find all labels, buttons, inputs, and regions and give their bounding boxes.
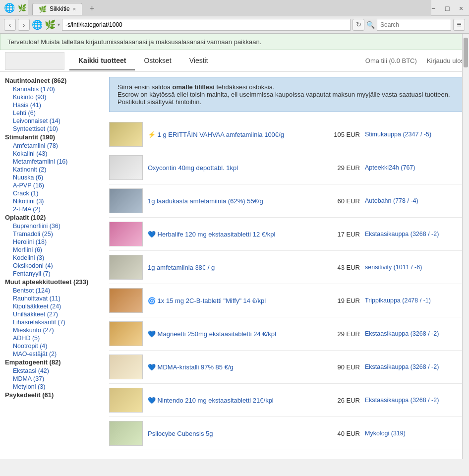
product-seller[interactable]: Mykologi (319)	[365, 430, 464, 437]
sidebar-item[interactable]: Synteettiset (10)	[13, 125, 104, 132]
product-image	[109, 355, 143, 379]
sidebar-item[interactable]: Kannabis (170)	[13, 86, 104, 93]
product-price: 43 EUR	[325, 264, 360, 271]
sidebar-item[interactable]: Lihasrelaksantit (7)	[13, 319, 104, 326]
sidebar-item[interactable]: Kodeiini (3)	[13, 254, 104, 261]
sidebar-item[interactable]: 2-FMA (2)	[13, 206, 104, 213]
product-name[interactable]: Oxycontin 40mg depottabl. 1kpl	[148, 164, 320, 172]
sidebar-item[interactable]: Unilääkkeet (27)	[13, 311, 104, 318]
sidebar-item[interactable]: Kipulääkkeet (24)	[13, 303, 104, 310]
sidebar-item[interactable]: Kukinto (93)	[13, 94, 104, 101]
forward-button[interactable]: ›	[18, 19, 30, 31]
product-name[interactable]: 💙 Nintendo 210 mg ekstaasitabletti 21€/k…	[148, 397, 320, 404]
maximize-button[interactable]: □	[445, 5, 451, 11]
info-prefix: Siirrä ensin saldoa	[117, 83, 173, 91]
product-row: Oxycontin 40mg depottabl. 1kpl29 EURApte…	[109, 151, 464, 184]
product-name[interactable]: Psilocybe Cubensis 5g	[148, 430, 320, 437]
sidebar-item[interactable]: Metamfetamiini (16)	[13, 158, 104, 165]
product-price: 19 EUR	[325, 297, 360, 304]
title-bar-buttons: − □ ×	[431, 5, 465, 11]
sidebar-item[interactable]: Leivonnaiset (14)	[13, 118, 104, 124]
product-seller[interactable]: Ekstaasikauppa (3268 / -2)	[365, 397, 464, 404]
tab-close-button[interactable]: ×	[73, 6, 76, 12]
sidebar-item[interactable]: ADHD (5)	[13, 335, 104, 342]
sidebar-category[interactable]: Muut apteekkituotteet (233)	[5, 278, 104, 286]
sidebar-item[interactable]: Nootropit (4)	[13, 343, 104, 350]
close-button[interactable]: ×	[459, 5, 465, 11]
product-row: 💙 Herbalife 120 mg ekstaasitabletti 12 €…	[109, 218, 464, 251]
new-tab-button[interactable]: +	[86, 3, 98, 14]
sidebar-item[interactable]: Metyloni (3)	[13, 383, 104, 390]
sidebar-item[interactable]: Crack (1)	[13, 190, 104, 197]
sidebar-item[interactable]: Oksikodoni (4)	[13, 262, 104, 269]
product-seller[interactable]: Trippikauppa (2478 / -1)	[365, 297, 464, 304]
menu-button[interactable]: ≡	[453, 19, 465, 31]
back-button[interactable]: ‹	[4, 19, 16, 31]
sidebar-item[interactable]: Amfetamiini (78)	[13, 142, 104, 149]
product-name[interactable]: ⚡ 1 g ERITTÄIN VAHVAA amfetamiinia 100€/…	[148, 131, 320, 138]
sidebar-item[interactable]: Mieskunto (27)	[13, 327, 104, 334]
product-name[interactable]: 🌀 1x 15 mg 2C-B-tabletti "Miffy" 14 €/kp…	[148, 297, 320, 304]
tab-all-products[interactable]: Kaikki tuotteet	[69, 52, 135, 70]
logout-link[interactable]: Kirjaudu ulos	[427, 57, 464, 64]
products-list: ⚡ 1 g ERITTÄIN VAHVAA amfetamiinia 100€/…	[109, 118, 464, 450]
scrollbar-thumb[interactable]	[464, 38, 468, 67]
sidebar-item[interactable]: Rauhoittavat (11)	[13, 295, 104, 302]
tab-favicon-icon: 🌿	[39, 5, 47, 13]
sidebar-item[interactable]: Katinonit (2)	[13, 166, 104, 173]
address-input[interactable]	[62, 19, 351, 31]
sidebar-item[interactable]: Nuuska (6)	[13, 174, 104, 181]
sidebar-category[interactable]: Opiaatit (102)	[5, 214, 104, 221]
info-bold: omalle tilillesi	[173, 83, 215, 91]
product-seller[interactable]: Apteekki24h (767)	[365, 164, 464, 171]
browser-chrome: 🌐 🌿 🌿 Silkkitie × + − □ × ‹ › 🌐 🌿 ▾ ↻ 🔍 …	[0, 0, 469, 34]
sidebar-item[interactable]: Bentsot (124)	[13, 287, 104, 294]
tab-orders[interactable]: Ostokset	[135, 52, 180, 70]
product-price: 17 EUR	[325, 231, 360, 238]
sidebar-item[interactable]: Tramadoli (25)	[13, 231, 104, 238]
product-price: 60 EUR	[325, 197, 360, 205]
sidebar-category[interactable]: Empatogeenit (82)	[5, 358, 104, 366]
nav-right: Oma tili (0.0 BTC) Kirjaudu ulos	[365, 57, 464, 64]
sidebar-item[interactable]: Heroiini (18)	[13, 238, 104, 245]
product-seller[interactable]: Autobahn (778 / -4)	[365, 197, 464, 204]
search-input[interactable]	[377, 19, 451, 31]
sidebar-item[interactable]: MAO-estäjät (2)	[13, 351, 104, 357]
product-seller[interactable]: Ekstaasikauppa (3268 / -2)	[365, 363, 464, 370]
product-seller[interactable]: Ekstaasikauppa (3268 / -2)	[365, 330, 464, 337]
product-name[interactable]: 💙 MDMA-kristalli 97% 85 €/g	[148, 363, 320, 371]
dropdown-icon[interactable]: ▾	[58, 22, 60, 27]
active-tab[interactable]: 🌿 Silkkitie ×	[32, 3, 82, 15]
sidebar-item[interactable]: Lehti (6)	[13, 110, 104, 117]
search-icon: 🔍	[366, 21, 375, 29]
product-seller[interactable]: Ekstaasikauppa (3268 / -2)	[365, 231, 464, 238]
account-link[interactable]: Oma tili (0.0 BTC)	[365, 57, 417, 64]
sidebar-item[interactable]: Kokaiini (43)	[13, 150, 104, 157]
product-name[interactable]: 💙 Herbalife 120 mg ekstaasitabletti 12 €…	[148, 231, 320, 238]
refresh-button[interactable]: ↻	[352, 19, 364, 31]
sidebar-item[interactable]: Hasis (41)	[13, 102, 104, 109]
sidebar-item[interactable]: Ekstaasi (42)	[13, 367, 104, 374]
product-image	[109, 288, 143, 313]
product-name[interactable]: 💙 Magneetti 250mg ekstaasitabletti 24 €/…	[148, 330, 320, 338]
sidebar-category[interactable]: Psykedeelit (61)	[5, 391, 104, 399]
globe-icon: 🌐	[32, 19, 43, 30]
product-row: 💙 Nintendo 210 mg ekstaasitabletti 21€/k…	[109, 384, 464, 417]
tab-messages[interactable]: Viestit	[180, 52, 217, 70]
sidebar-item[interactable]: Buprenorfiini (36)	[13, 223, 104, 230]
sidebar-item[interactable]: A-PVP (16)	[13, 182, 104, 189]
info-box: Siirrä ensin saldoa omalle tilillesi teh…	[109, 77, 464, 112]
sidebar-category[interactable]: Nautintoaineet (862)	[5, 77, 104, 84]
sidebar-item[interactable]: Morfiini (6)	[13, 246, 104, 253]
product-seller[interactable]: sensitivity (1011 / -6)	[365, 264, 464, 271]
sidebar-category[interactable]: Stimulantit (190)	[5, 133, 104, 141]
info-line1: Siirrä ensin saldoa omalle tilillesi teh…	[117, 83, 456, 91]
scrollbar[interactable]	[462, 34, 469, 459]
product-name[interactable]: 1g laadukasta amfetamiinia (62%) 55€/g	[148, 197, 320, 205]
minimize-button[interactable]: −	[431, 5, 437, 11]
sidebar-item[interactable]: Nikotiini (3)	[13, 198, 104, 205]
sidebar-item[interactable]: Fentanyyli (7)	[13, 270, 104, 277]
product-seller[interactable]: Stimukauppa (2347 / -5)	[365, 131, 464, 138]
product-name[interactable]: 1g amfetamiinia 38€ / g	[148, 264, 320, 271]
sidebar-item[interactable]: MDMA (37)	[13, 375, 104, 382]
